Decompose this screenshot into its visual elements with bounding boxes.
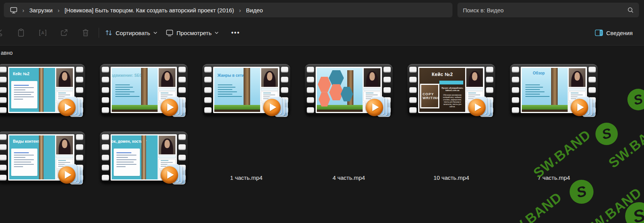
text-line bbox=[14, 164, 34, 165]
text-line bbox=[14, 99, 23, 100]
text-line bbox=[218, 84, 232, 85]
delete-button[interactable] bbox=[82, 20, 89, 46]
text-line bbox=[161, 95, 173, 95]
file-name[interactable]: 4 часть.mp4 bbox=[305, 174, 393, 181]
video-thumbnail[interactable]: Обзор bbox=[510, 64, 598, 116]
video-thumbnail[interactable]: Кейс №2 bbox=[0, 64, 85, 116]
video-file-item[interactable]: ок, домен, хостинг2 часть.mp4 bbox=[100, 132, 188, 183]
details-pane-icon bbox=[595, 29, 603, 36]
text-line bbox=[116, 162, 134, 162]
text-line bbox=[14, 155, 34, 155]
text-line bbox=[115, 89, 130, 90]
sprocket-hole bbox=[204, 67, 212, 73]
play-triangle bbox=[167, 171, 174, 179]
share-button[interactable] bbox=[60, 20, 69, 46]
video-file-item[interactable]: 4 часть.mp4 bbox=[305, 64, 393, 116]
slide-preview: Обзор bbox=[522, 68, 568, 112]
text-line bbox=[14, 157, 25, 158]
sprocket-hole bbox=[486, 77, 493, 83]
sprocket-hole bbox=[102, 107, 109, 113]
webcam-preview bbox=[158, 135, 176, 155]
slide-preview: ок, домен, хостинг bbox=[112, 135, 158, 179]
slide-content-panel bbox=[114, 149, 140, 176]
filmstrip-holes bbox=[0, 134, 7, 181]
paste-button[interactable] bbox=[17, 20, 25, 46]
video-thumbnail[interactable]: Жанры в сети bbox=[202, 64, 290, 116]
text-line bbox=[58, 95, 70, 95]
video-file-item[interactable]: Кейс №25 часть.mp4 bbox=[0, 64, 85, 116]
sprocket-hole bbox=[0, 67, 7, 73]
sidebar-header bbox=[158, 155, 176, 158]
text-line bbox=[263, 95, 275, 95]
sprocket-hole bbox=[204, 77, 212, 83]
soil bbox=[522, 110, 568, 112]
sprocket-hole bbox=[102, 97, 109, 103]
filmstrip-holes bbox=[409, 67, 417, 113]
search-icon[interactable] bbox=[627, 7, 634, 13]
sprocket-hole bbox=[486, 87, 493, 93]
sprocket-hole bbox=[512, 87, 519, 93]
more-options-button[interactable]: ••• bbox=[231, 20, 240, 46]
text-line bbox=[525, 84, 540, 85]
sprocket-hole bbox=[0, 134, 7, 140]
soil bbox=[214, 110, 260, 112]
play-button bbox=[161, 99, 178, 116]
text-line bbox=[14, 96, 34, 97]
video-file-item[interactable]: Кейс №2COPYWRITINGПроект «Копирайтинг» k… bbox=[407, 64, 495, 116]
filmstrip-holes bbox=[0, 67, 7, 113]
sprocket-hole bbox=[589, 77, 596, 83]
cut-button[interactable] bbox=[0, 20, 3, 46]
share-icon bbox=[60, 29, 69, 37]
slide-text-lines bbox=[524, 83, 550, 97]
case-description: Обучение рекламному копирайтингу: неймин… bbox=[441, 94, 464, 108]
video-thumbnail[interactable]: ок, домен, хостинг bbox=[100, 132, 188, 183]
view-button[interactable]: Просмотреть bbox=[166, 20, 219, 46]
text-line bbox=[218, 94, 232, 95]
slide-preview bbox=[317, 68, 363, 112]
photo-text: WRITING bbox=[421, 96, 438, 100]
sprocket-hole bbox=[76, 144, 83, 150]
text-line bbox=[161, 162, 173, 163]
file-name[interactable]: 1 часть.mp4 bbox=[202, 174, 290, 181]
hexagon-shape bbox=[329, 84, 343, 100]
video-thumbnail[interactable]: одвижение: SEO bbox=[100, 64, 188, 116]
sidebar-header bbox=[261, 88, 278, 91]
hexagon-shape bbox=[329, 70, 344, 86]
file-name[interactable]: 10 часть.mp4 bbox=[407, 174, 495, 181]
sprocket-hole bbox=[204, 87, 212, 93]
text-line bbox=[525, 91, 545, 92]
video-thumbnail[interactable] bbox=[305, 64, 393, 116]
sprocket-hole bbox=[76, 155, 83, 160]
details-pane-button[interactable]: Сведения bbox=[595, 20, 633, 46]
slide-title: Виды контента bbox=[13, 139, 42, 144]
cut-icon bbox=[0, 29, 3, 37]
play-triangle bbox=[475, 103, 481, 111]
breadcrumb-item-video[interactable]: Видео bbox=[246, 7, 263, 14]
sprocket-hole bbox=[512, 97, 519, 103]
play-button bbox=[366, 99, 383, 116]
sprocket-hole bbox=[383, 67, 391, 73]
breadcrumb[interactable]: › Загрузки › [Новикова] Быть творцом. Ка… bbox=[4, 3, 452, 17]
video-file-item[interactable]: одвижение: SEO6 часть.mp4 bbox=[100, 64, 188, 116]
sprocket-hole bbox=[486, 67, 493, 73]
sprocket-hole bbox=[178, 67, 186, 73]
video-file-item[interactable]: Жанры в сети1 часть.mp4 bbox=[202, 64, 290, 116]
text-line bbox=[571, 93, 578, 93]
video-file-item[interactable]: Виды контента3 часть.mp4 bbox=[0, 132, 85, 183]
video-thumbnail[interactable]: Виды контента bbox=[0, 132, 85, 183]
breadcrumb-item-course-folder[interactable]: [Новикова] Быть творцом. Как создать авт… bbox=[64, 7, 234, 14]
media-player-overlay-icon bbox=[263, 96, 288, 118]
text-line bbox=[115, 94, 130, 95]
rename-button[interactable]: A bbox=[39, 20, 47, 46]
sidebar-header bbox=[363, 88, 381, 91]
play-button bbox=[58, 166, 76, 184]
play-triangle bbox=[577, 103, 584, 111]
sort-button[interactable]: Сортировать bbox=[105, 20, 157, 46]
sprocket-hole bbox=[512, 107, 519, 113]
hexagon-shape bbox=[319, 92, 330, 107]
search-box[interactable]: Поиск в: Видео bbox=[457, 3, 639, 17]
wooden-pole bbox=[141, 135, 146, 179]
breadcrumb-item-downloads[interactable]: Загрузки bbox=[29, 7, 52, 14]
video-thumbnail[interactable]: Кейс №2COPYWRITINGПроект «Копирайтинг» k… bbox=[407, 64, 495, 116]
video-file-item[interactable]: Обзор7 часть.mp4 bbox=[510, 64, 598, 116]
